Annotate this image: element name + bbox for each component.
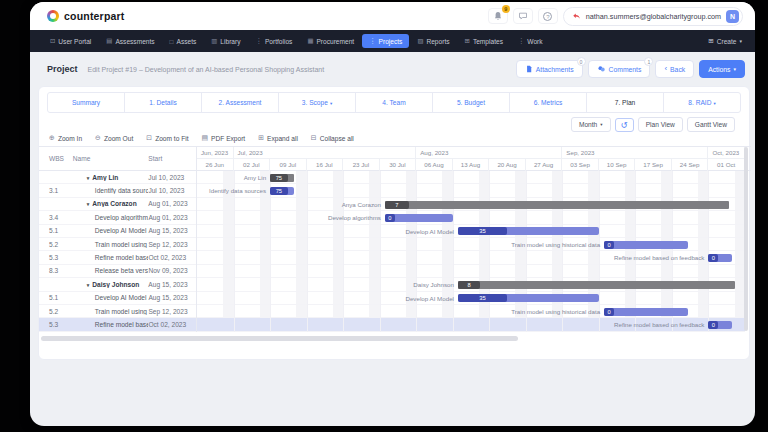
nav-item-templates[interactable]: ⊞Templates <box>458 34 510 48</box>
horizontal-scrollbar[interactable] <box>41 336 518 341</box>
reply-arrow-icon <box>572 12 581 21</box>
cell-name: ▾Amy Lin <box>73 174 149 181</box>
week-gridline <box>380 171 381 332</box>
table-row[interactable]: 3.4Develop algorithmsAug 01, 2023 <box>39 211 196 224</box>
nav-item-user-portal[interactable]: ⊡User Portal <box>43 34 98 48</box>
pdf-export-button[interactable]: ▤PDF Export <box>201 134 245 142</box>
collapse-all-button[interactable]: ⊟Collapse all <box>311 134 354 142</box>
cell-wbs: 5.3 <box>39 321 73 328</box>
zoom-to-fit-button[interactable]: ⊡Zoom to Fit <box>146 134 188 142</box>
month-header-cell: Jul, 2023 <box>234 147 417 158</box>
nav-item-portfolios[interactable]: ⋮Portfolios <box>248 34 299 48</box>
nav-item-assets[interactable]: □Assets <box>163 34 204 48</box>
gantt-bar-group[interactable]: 75 <box>270 174 293 182</box>
nav-item-reports[interactable]: ▨Reports <box>410 34 456 48</box>
column-header-name[interactable]: Name <box>73 155 148 162</box>
table-row[interactable]: 8.3Release beta versionNov 09, 2023 <box>39 265 196 278</box>
cell-wbs: 5.1 <box>39 227 73 234</box>
plan-view-button[interactable]: Plan View <box>638 117 683 132</box>
back-button[interactable]: ‹ Back <box>655 60 694 78</box>
nav-item-library[interactable]: ▥Library <box>204 34 247 48</box>
zoom-out-button[interactable]: ⊖Zoom Out <box>95 134 133 142</box>
bar-task-label: Daisy Johnson <box>413 278 454 291</box>
group-row[interactable]: ▾Amy LinJul 10, 2023 <box>39 171 196 184</box>
progress-fill: 0 <box>708 321 718 329</box>
templates-icon: ⊞ <box>465 37 470 45</box>
tab-6-metrics[interactable]: 6. Metrics <box>510 93 587 112</box>
actions-button[interactable]: Actions ▾ <box>699 60 745 78</box>
tab-2-assessment[interactable]: 2. Assessment <box>202 93 279 112</box>
tab-5-budget[interactable]: 5. Budget <box>433 93 510 112</box>
tab-4-team[interactable]: 4. Team <box>356 93 433 112</box>
timescale-dropdown[interactable]: Month ▾ <box>571 117 611 132</box>
refresh-button[interactable]: ↺ <box>615 118 634 132</box>
gantt-bar-task[interactable]: 35 <box>458 227 599 235</box>
week-gridline <box>416 171 417 332</box>
progress-value: 0 <box>607 242 610 248</box>
account-menu[interactable]: nathan.summers@globalcharitygroup.com N <box>563 7 743 26</box>
nav-item-label: Portfolios <box>265 38 293 45</box>
gantt-bar-task[interactable]: 75 <box>270 187 293 195</box>
vertical-scrollbar[interactable] <box>744 147 748 331</box>
nav-item-procurement[interactable]: ▦Procurement <box>300 34 361 48</box>
collapse-caret-icon[interactable]: ▾ <box>87 201 90 207</box>
progress-fill: 35 <box>458 294 507 302</box>
gantt-bar-task[interactable]: 0 <box>708 254 731 262</box>
table-row[interactable]: 5.2Train model using hi...Sep 12, 2023 <box>39 238 196 251</box>
create-button[interactable]: ⊞ Create ▾ <box>708 37 742 45</box>
tab-7-plan[interactable]: 7. Plan <box>587 93 664 112</box>
gantt-bar-task[interactable]: 0 <box>708 321 731 329</box>
gantt-bar-task[interactable]: 0 <box>604 308 688 316</box>
group-row[interactable]: ▾Anya CorazonAug 01, 2023 <box>39 198 196 211</box>
nav-item-work[interactable]: ⋮Work <box>511 34 550 48</box>
table-row[interactable]: 5.1Develop AI ModelAug 15, 2023 <box>39 292 196 305</box>
nav-item-assessments[interactable]: ▤Assessments <box>99 34 161 48</box>
help-button[interactable]: ? <box>538 8 558 24</box>
messages-button[interactable] <box>513 8 533 24</box>
app-logo: counterpart <box>47 10 125 22</box>
progress-value: 35 <box>479 295 485 301</box>
toolbar-label: Expand all <box>267 135 298 142</box>
group-row[interactable]: ▾Daisy JohnsonAug 15, 2023 <box>39 278 196 291</box>
nav-item-projects[interactable]: ⋮Projects <box>362 34 409 48</box>
cell-name: Develop AI Model <box>73 227 149 234</box>
cell-wbs: 5.3 <box>39 254 73 261</box>
gantt-bar-task[interactable]: 0 <box>604 241 688 249</box>
gantt-bar-task[interactable]: 0 <box>385 214 453 222</box>
app-window: counterpart 9 ? nathan.summers@globalcha… <box>30 2 755 426</box>
gantt-bar-task[interactable]: 35 <box>458 294 599 302</box>
table-row[interactable]: 3.1Identify data sourcesJul 10, 2023 <box>39 184 196 197</box>
table-row[interactable]: 5.2Train model using hi...Sep 12, 2023 <box>39 305 196 318</box>
nav-item-label: Templates <box>473 38 503 45</box>
month-header-cell: Aug, 2023 <box>416 147 562 158</box>
tab-label: Summary <box>72 99 100 106</box>
progress-value: 0 <box>712 255 715 261</box>
attachments-button[interactable]: Attachments 0 <box>516 60 583 78</box>
tab-label: 3. Scope <box>302 99 328 106</box>
table-row[interactable]: 5.3Refine model based ...Oct 02, 2023 <box>39 318 196 331</box>
collapse-caret-icon[interactable]: ▾ <box>87 282 90 288</box>
expand-all-button[interactable]: ⊞Expand all <box>258 134 298 142</box>
tab-summary[interactable]: Summary <box>48 93 125 112</box>
cell-start: Oct 02, 2023 <box>148 321 196 328</box>
table-row[interactable]: 5.3Refine model based ...Oct 02, 2023 <box>39 251 196 264</box>
timeline-row[interactable] <box>197 265 745 278</box>
comments-button[interactable]: Comments 1 <box>588 60 651 78</box>
gantt-bar-group[interactable]: 8 <box>458 281 735 289</box>
table-row[interactable]: 5.1Develop AI ModelAug 15, 2023 <box>39 225 196 238</box>
collapse-caret-icon[interactable]: ▾ <box>87 175 90 181</box>
notifications-button[interactable]: 9 <box>488 8 508 24</box>
attachments-badge: 0 <box>577 57 586 66</box>
gantt-view-button[interactable]: Gantt View <box>687 117 735 132</box>
tab-1-details[interactable]: 1. Details <box>125 93 202 112</box>
column-header-start[interactable]: Start <box>148 155 196 162</box>
timeline-row[interactable] <box>197 211 745 224</box>
gantt-body: ▾Amy LinJul 10, 20233.1Identify data sou… <box>39 171 751 332</box>
toolbar-label: Zoom In <box>58 135 82 142</box>
tab-3-scope[interactable]: 3. Scope▾ <box>279 93 356 112</box>
cell-start: Jul 10, 2023 <box>148 187 196 194</box>
zoom-in-button[interactable]: ⊕Zoom In <box>49 134 82 142</box>
tab-8-raid[interactable]: 8. RAID▾ <box>664 93 740 112</box>
gantt-bar-group[interactable]: 7 <box>385 201 729 209</box>
column-header-wbs[interactable]: WBS <box>39 155 73 162</box>
